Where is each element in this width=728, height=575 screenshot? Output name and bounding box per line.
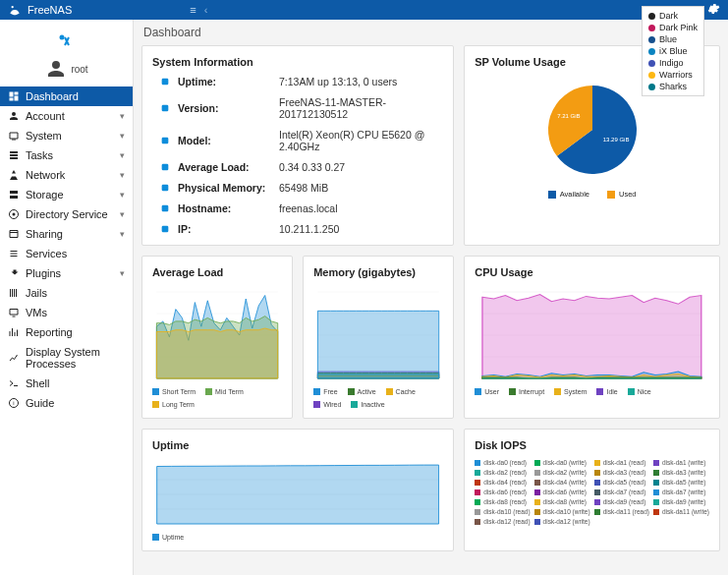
nav-item-label: Display System Processes bbox=[26, 346, 125, 370]
nav-item-plugins[interactable]: Plugins▾ bbox=[0, 263, 133, 283]
nav-item-network[interactable]: Network▾ bbox=[0, 165, 133, 185]
info-row: Average Load:0.34 0.33 0.27 bbox=[160, 161, 443, 173]
settings-button[interactable] bbox=[706, 2, 720, 18]
bullet-icon bbox=[160, 224, 170, 234]
page-title: Dashboard bbox=[141, 20, 720, 45]
legend-item: disk-da1 (read) bbox=[594, 459, 649, 466]
menu-toggle-icon[interactable]: ≡ bbox=[190, 4, 196, 16]
info-value: 10.211.1.250 bbox=[279, 223, 339, 235]
directory-icon bbox=[8, 208, 20, 220]
info-row: IP:10.211.1.250 bbox=[160, 223, 443, 235]
chevron-down-icon: ▾ bbox=[120, 131, 125, 141]
chart-legend: Short TermMid TermLong Term bbox=[152, 388, 282, 408]
legend-item: disk-da2 (read) bbox=[475, 469, 530, 476]
nav-item-vms[interactable]: VMs bbox=[0, 303, 133, 322]
nav-item-jails[interactable]: Jails bbox=[0, 283, 133, 303]
nav-item-label: Jails bbox=[26, 287, 47, 299]
nav-item-reporting[interactable]: Reporting bbox=[0, 322, 133, 342]
legend-item: disk-da3 (read) bbox=[594, 469, 649, 476]
legend-item: disk-da10 (write) bbox=[534, 508, 590, 515]
nav-item-account[interactable]: Account▾ bbox=[0, 106, 133, 126]
breadcrumb-sep: ‹ bbox=[204, 4, 208, 16]
theme-option[interactable]: Dark Pink bbox=[648, 22, 698, 33]
nav-item-storage[interactable]: Storage▾ bbox=[0, 185, 133, 204]
ix-logo-icon bbox=[55, 29, 79, 53]
theme-option[interactable]: iX Blue bbox=[648, 45, 698, 57]
card-system-information: System Information Uptime:7:13AM up 13:1… bbox=[141, 45, 454, 246]
disk-iops-legend: disk-da0 (read)disk-da0 (write)disk-da1 … bbox=[475, 459, 709, 525]
svg-rect-14 bbox=[162, 226, 169, 233]
legend-item: Uptime bbox=[152, 534, 184, 541]
svg-point-1 bbox=[59, 35, 64, 40]
legend-item: disk-da4 (write) bbox=[534, 479, 590, 486]
legend-item: Idle bbox=[596, 388, 617, 395]
theme-option[interactable]: Warriors bbox=[648, 69, 698, 81]
nav-item-sharing[interactable]: Sharing▾ bbox=[0, 224, 133, 244]
nav-item-label: Storage bbox=[26, 189, 64, 201]
nav-item-dashboard[interactable]: Dashboard bbox=[0, 86, 133, 106]
nav-item-label: Dashboard bbox=[26, 90, 79, 102]
line-chart bbox=[152, 286, 282, 384]
info-value: Intel(R) Xeon(R) CPU E5620 @ 2.40GHz bbox=[279, 129, 443, 152]
svg-text:13.29 GiB: 13.29 GiB bbox=[602, 137, 629, 143]
gear-icon bbox=[706, 2, 720, 16]
legend-item: disk-da4 (read) bbox=[475, 479, 530, 486]
nav-item-label: Network bbox=[26, 169, 65, 181]
reporting-icon bbox=[8, 326, 20, 338]
nav-item-directory[interactable]: Directory Service▾ bbox=[0, 204, 133, 224]
nav-item-services[interactable]: Services bbox=[0, 244, 133, 263]
legend-item: Cache bbox=[386, 388, 416, 395]
chevron-down-icon: ▾ bbox=[120, 190, 125, 200]
info-label: Hostname: bbox=[178, 202, 271, 214]
legend-item: disk-da9 (read) bbox=[594, 498, 649, 505]
account-label: root bbox=[71, 64, 87, 75]
card-title: Uptime bbox=[152, 439, 443, 451]
theme-option[interactable]: Sharks bbox=[648, 81, 698, 92]
bullet-icon bbox=[160, 183, 170, 193]
theme-legend[interactable]: DarkDark PinkBlueiX BlueIndigoWarriorsSh… bbox=[642, 6, 704, 96]
svg-point-0 bbox=[12, 6, 14, 8]
info-label: Version: bbox=[178, 102, 271, 114]
dashboard-grid: System Information Uptime:7:13AM up 13:1… bbox=[141, 45, 720, 551]
info-row: Model:Intel(R) Xeon(R) CPU E5620 @ 2.40G… bbox=[160, 129, 443, 152]
legend-item: disk-da11 (write) bbox=[653, 508, 709, 515]
legend-item: Long Term bbox=[152, 401, 195, 408]
svg-point-3 bbox=[11, 197, 12, 198]
legend-item: disk-da0 (read) bbox=[475, 459, 530, 466]
svg-point-5 bbox=[13, 213, 16, 216]
svg-text:7.21 GiB: 7.21 GiB bbox=[557, 113, 580, 119]
bullet-icon bbox=[160, 162, 170, 172]
storage-icon bbox=[8, 189, 20, 201]
card-memory: Memory (gigabytes) FreeActiveCacheWiredI… bbox=[303, 256, 454, 419]
nav-item-system[interactable]: System▾ bbox=[0, 126, 133, 145]
nav: DashboardAccount▾System▾Tasks▾Network▾St… bbox=[0, 86, 133, 413]
info-row: Uptime:7:13AM up 13:13, 0 users bbox=[160, 76, 443, 87]
legend-item: Mid Term bbox=[205, 388, 244, 395]
theme-option[interactable]: Indigo bbox=[648, 57, 698, 69]
chevron-down-icon: ▾ bbox=[120, 111, 125, 121]
dashboard-icon bbox=[8, 90, 20, 102]
nav-item-procs[interactable]: Display System Processes bbox=[0, 342, 133, 374]
svg-rect-9 bbox=[162, 105, 169, 112]
info-label: IP: bbox=[178, 223, 271, 235]
account-indicator[interactable]: root bbox=[44, 57, 87, 81]
nav-item-label: VMs bbox=[26, 307, 47, 318]
nav-item-shell[interactable]: Shell bbox=[0, 374, 133, 393]
theme-option[interactable]: Blue bbox=[648, 33, 698, 45]
nav-item-tasks[interactable]: Tasks▾ bbox=[0, 145, 133, 165]
legend-item: System bbox=[554, 388, 587, 395]
legend-item: User bbox=[475, 388, 499, 395]
network-icon bbox=[8, 169, 20, 181]
svg-rect-11 bbox=[162, 164, 169, 171]
svg-rect-10 bbox=[162, 138, 169, 144]
chart-legend: UserInterruptSystemIdleNice bbox=[475, 388, 709, 395]
theme-option[interactable]: Dark bbox=[648, 10, 698, 22]
sysinfo-list: Uptime:7:13AM up 13:13, 0 usersVersion:F… bbox=[152, 76, 443, 235]
nav-item-guide[interactable]: iGuide bbox=[0, 393, 133, 413]
account-icon bbox=[8, 110, 20, 122]
legend-item: disk-da12 (write) bbox=[534, 518, 590, 525]
area-chart bbox=[475, 286, 709, 384]
card-uptime: Uptime Uptime bbox=[141, 429, 454, 551]
bullet-icon bbox=[160, 103, 170, 113]
plugins-icon bbox=[8, 267, 20, 279]
